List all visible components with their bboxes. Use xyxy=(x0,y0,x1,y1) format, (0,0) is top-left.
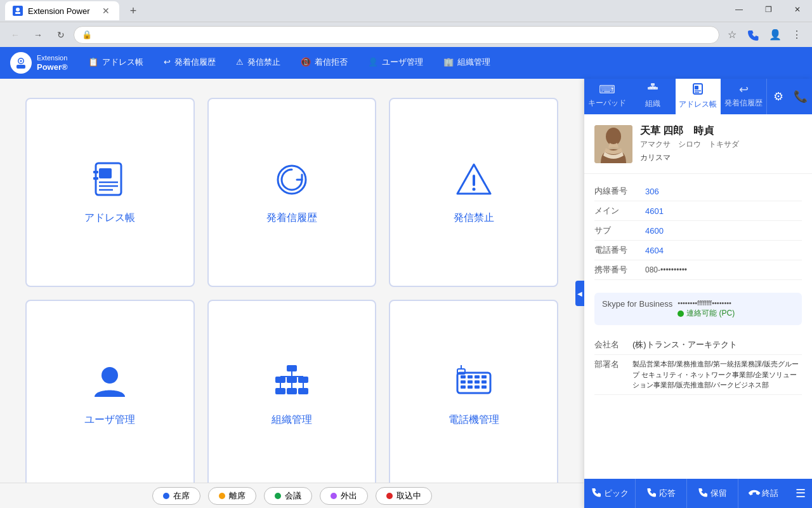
svg-point-0 xyxy=(16,8,20,11)
phone-value: 4604 xyxy=(645,246,664,255)
svg-point-17 xyxy=(102,367,118,384)
minimize-button[interactable]: — xyxy=(724,0,754,19)
nav-item-user-mgmt[interactable]: 👤 ユーザ管理 xyxy=(358,47,433,79)
close-button[interactable]: ✕ xyxy=(783,0,812,19)
hold-button[interactable]: 保留 xyxy=(687,479,738,508)
org-mgmt-nav-icon: 🏢 xyxy=(443,57,454,67)
action-more-button[interactable]: ☰ xyxy=(789,479,812,508)
detail-row-extension: 内線番号 306 xyxy=(594,182,802,201)
main-label: メイン xyxy=(594,205,645,217)
skype-status: 連絡可能 (PC) xyxy=(678,308,735,319)
grid-card-user-mgmt[interactable]: ユーザ管理 xyxy=(25,300,195,489)
dept-name-value: 製品営業本部/業務推進部/第一統括業務課/販売グループ セキュリティ・ネットワー… xyxy=(632,359,802,391)
back-button[interactable]: ← xyxy=(5,25,25,45)
hold-icon xyxy=(698,488,708,500)
logo-text: Extension Power® xyxy=(37,54,68,72)
nav-item-address-book[interactable]: 📋 アドレス帳 xyxy=(78,47,154,79)
pick-label: ピック xyxy=(604,488,629,499)
restore-button[interactable]: ❐ xyxy=(754,0,783,19)
sub-label: サブ xyxy=(594,225,645,236)
svg-rect-11 xyxy=(93,171,98,173)
status-badge-kaigi[interactable]: 会議 xyxy=(264,487,312,505)
hangup-button[interactable]: 終話 xyxy=(738,479,789,508)
user-mgmt-nav-icon: 👤 xyxy=(368,57,378,67)
address-tab-icon xyxy=(692,83,704,98)
call-history-icon xyxy=(273,161,311,204)
detail-row-mobile: 携帯番号 080-•••••••••• xyxy=(594,260,802,280)
svg-rect-45 xyxy=(651,83,655,86)
new-tab-button[interactable]: + xyxy=(124,2,142,20)
history-tab-icon: ↩ xyxy=(739,83,749,97)
org-mgmt-label: 組織管理 xyxy=(272,413,312,427)
phone-extension-icon[interactable] xyxy=(743,25,764,45)
status-badge-riseki[interactable]: 離席 xyxy=(208,487,256,505)
org-tab-icon xyxy=(647,83,658,97)
org-mgmt-nav-label: 組織管理 xyxy=(457,57,490,68)
mobile-value: 080-•••••••••• xyxy=(645,265,687,274)
riseki-label: 離席 xyxy=(229,490,246,502)
panel-content: 天草 四郎 時貞 アマクサ シロウ トキサダ カリスマ 内線番号 306 メイン… xyxy=(584,114,812,508)
tab-favicon xyxy=(13,6,23,16)
user-mgmt-icon xyxy=(91,363,129,406)
riseki-dot xyxy=(219,493,225,499)
call-history-label: 発着信履歴 xyxy=(266,211,317,225)
extension-value: 306 xyxy=(645,187,659,196)
svg-rect-40 xyxy=(468,385,473,389)
status-badge-soto[interactable]: 外出 xyxy=(320,487,368,505)
zaiseki-dot xyxy=(163,493,169,499)
grid-card-org-mgmt[interactable]: 組織管理 xyxy=(207,300,377,489)
refresh-button[interactable]: ↻ xyxy=(51,25,71,45)
svg-rect-41 xyxy=(475,385,480,389)
nav-item-call-reject[interactable]: 📵 着信拒否 xyxy=(291,47,358,79)
panel-call-button[interactable]: 📞 xyxy=(789,79,812,114)
nav-item-call-history[interactable]: ↩ 発着信履歴 xyxy=(154,47,226,79)
svg-point-56 xyxy=(606,128,621,145)
svg-rect-42 xyxy=(481,385,487,389)
collapse-panel-button[interactable]: ◀ xyxy=(575,281,584,306)
svg-rect-39 xyxy=(461,385,466,389)
browser-tab[interactable]: Extension Power ✕ xyxy=(5,1,119,20)
panel-tab-org[interactable]: 組織 xyxy=(630,79,676,114)
nav-item-call-restrict[interactable]: ⚠ 発信禁止 xyxy=(226,47,291,79)
pick-icon xyxy=(591,488,601,500)
panel-tab-keypad[interactable]: ⌨ キーパッド xyxy=(584,79,630,114)
call-reject-nav-icon: 📵 xyxy=(301,57,311,67)
grid-card-address-book[interactable]: アドレス帳 xyxy=(25,98,195,287)
status-badge-torikomichuu[interactable]: 取込中 xyxy=(376,487,432,505)
answer-label: 応答 xyxy=(659,488,676,499)
answer-button[interactable]: 応答 xyxy=(636,479,687,508)
company-name-label: 会社名 xyxy=(594,339,632,351)
panel-tab-address[interactable]: アドレス帳 xyxy=(676,79,721,114)
tab-close-button[interactable]: ✕ xyxy=(100,5,112,17)
address-bar[interactable]: 🔒 xyxy=(74,26,719,44)
grid-card-call-history[interactable]: 発着信履歴 xyxy=(207,98,377,287)
skype-label: Skype for Business xyxy=(602,299,672,309)
phone-label: 電話番号 xyxy=(594,244,645,256)
menu-button[interactable]: ⋮ xyxy=(787,25,807,45)
status-badge-zaiseki[interactable]: 在席 xyxy=(152,487,200,505)
svg-rect-38 xyxy=(481,380,487,384)
nav-item-org-mgmt[interactable]: 🏢 組織管理 xyxy=(433,47,501,79)
panel-settings-button[interactable]: ⚙ xyxy=(766,79,789,114)
grid-card-phone-mgmt[interactable]: 電話機管理 xyxy=(389,300,558,489)
pick-button[interactable]: ピック xyxy=(584,479,636,508)
phone-mgmt-label: 電話機管理 xyxy=(449,413,499,427)
account-button[interactable]: 👤 xyxy=(765,25,785,45)
svg-point-16 xyxy=(472,187,475,190)
address-book-label: アドレス帳 xyxy=(84,211,135,225)
contact-role: カリスマ xyxy=(640,152,739,163)
grid-card-call-restrict[interactable]: 発信禁止 xyxy=(389,98,558,287)
svg-rect-1 xyxy=(15,12,20,14)
svg-rect-34 xyxy=(481,375,487,378)
detail-row-sub: サブ 4600 xyxy=(594,221,802,241)
svg-rect-24 xyxy=(298,388,308,394)
zaiseki-label: 在席 xyxy=(173,490,190,502)
forward-button[interactable]: → xyxy=(28,25,48,45)
svg-rect-20 xyxy=(287,377,297,383)
bookmark-button[interactable]: ☆ xyxy=(722,25,742,45)
panel-tab-history[interactable]: ↩ 発着信履歴 xyxy=(721,79,766,114)
contact-avatar xyxy=(594,125,632,163)
app-header: Extension Power® 📋 アドレス帳 ↩ 発着信履歴 ⚠ 発信禁止 … xyxy=(0,47,812,79)
panel-tabs: ⌨ キーパッド 組織 xyxy=(584,79,812,114)
app-logo: Extension Power® xyxy=(10,52,68,74)
